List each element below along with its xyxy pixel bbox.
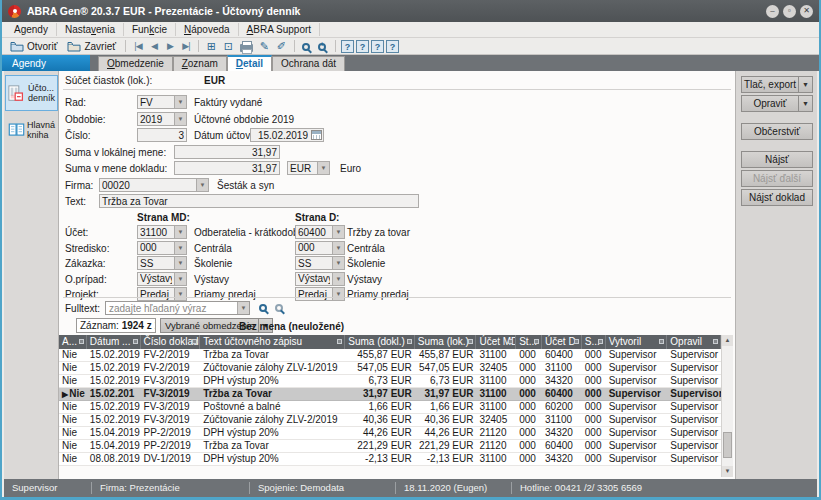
table-row[interactable]: Nie15.02.2019FV-2/2019Tržba za Tovar455,… [59, 349, 721, 362]
table-row[interactable]: Nie15.02.2019FV-3/2019Poštovné a balné1,… [59, 401, 721, 414]
vertical-scroll-thumb[interactable] [723, 432, 732, 458]
column-filter-icon[interactable] [659, 339, 664, 344]
chevron-down-icon[interactable]: ▼ [174, 96, 186, 108]
chevron-down-icon[interactable]: ▼ [332, 226, 344, 238]
next-record-icon[interactable]: ▶ [163, 41, 177, 51]
d-combobox[interactable]: 000▼ [295, 241, 345, 255]
column-header-opravil[interactable]: Opravil [667, 335, 721, 349]
chevron-down-icon[interactable]: ▼ [332, 242, 344, 254]
column-header--slo-dokladu[interactable]: Číslo dokladu [141, 335, 201, 349]
datum-field[interactable]: 15.02.2019 [250, 128, 324, 142]
chevron-down-icon[interactable]: ▼ [332, 257, 344, 269]
column-header-st-[interactable]: St... [516, 335, 542, 349]
md-combobox[interactable]: 000▼ [137, 241, 187, 255]
sidebar-item-uctovny-dennik[interactable]: Účto... denník [5, 75, 58, 111]
agendy-header[interactable]: Agendy [2, 55, 90, 71]
chevron-down-icon[interactable]: ▼ [174, 257, 186, 269]
open-agenda-button[interactable]: Otvoriť [6, 40, 61, 53]
menu-item-nastavenia[interactable]: Nastavenia [57, 23, 124, 36]
print-export-button[interactable]: Tlač, export▼ [741, 76, 813, 93]
d-combobox[interactable]: Výstavy▼ [295, 272, 345, 286]
chevron-down-icon[interactable]: ▼ [332, 288, 344, 300]
obdobie-combobox[interactable]: 2019▼ [137, 112, 187, 126]
tab-obmedzenie[interactable]: Obmedzenie [98, 56, 173, 71]
fulltext-input[interactable]: zadajte hľadaný výraz▼ [105, 301, 250, 315]
column-filter-icon[interactable] [192, 339, 197, 344]
chevron-down-icon[interactable]: ▼ [174, 288, 186, 300]
tab-zoznam[interactable]: Zoznam [173, 56, 227, 71]
scroll-up-icon[interactable]: ▲ [722, 335, 733, 346]
context-help-icon[interactable]: ? [356, 40, 369, 53]
chevron-down-icon[interactable]: ▼ [196, 179, 208, 191]
column-header--et-d[interactable]: Účet D [542, 335, 582, 349]
column-header-a-[interactable]: A... [59, 335, 87, 349]
column-filter-icon[interactable] [508, 339, 513, 344]
d-combobox[interactable]: SS▼ [295, 256, 345, 270]
column-header--et-md[interactable]: Účet MD [476, 335, 516, 349]
menu-item-abra-support[interactable]: ABRA Support [239, 23, 320, 36]
abra-web-help-icon[interactable]: ? [386, 40, 399, 53]
tab-ochrana-d-t[interactable]: Ochrana dát [272, 56, 345, 71]
fulltext-search-icon[interactable] [259, 304, 267, 312]
column-header-suma-lok-[interactable]: Suma (lok.) [415, 335, 477, 349]
opravit-button[interactable]: Opraviť▼ [741, 95, 813, 112]
table-row[interactable]: ▶Nie15.02.201FV-3/2019Tržba za Tovar31,9… [59, 388, 721, 401]
currency-combobox[interactable]: EUR▼ [287, 161, 330, 175]
menu-item-funkcie[interactable]: Funkcie [124, 23, 176, 36]
help-index-icon[interactable]: ? [371, 40, 384, 53]
tab-detail[interactable]: Detail [227, 55, 272, 71]
chevron-down-icon[interactable]: ▼ [174, 226, 186, 238]
table-row[interactable]: Nie15.02.2019FV-3/2019Zúčtovanie zálohy … [59, 414, 721, 427]
minimize-button[interactable]: – [766, 5, 779, 18]
chevron-down-icon[interactable]: ▼ [317, 162, 329, 174]
menu-item-agendy[interactable]: Agendy [6, 23, 57, 36]
table-row[interactable]: Nie15.02.2019FV-3/2019DPH výstup 20%6,73… [59, 375, 721, 388]
column-filter-icon[interactable] [713, 339, 718, 344]
first-record-icon[interactable]: |◀ [131, 41, 145, 51]
column-filter-icon[interactable] [79, 339, 84, 344]
search-plus-icon[interactable] [318, 43, 326, 51]
najst-dalsi-button[interactable]: Nájsť ďalší [741, 170, 813, 187]
cislo-field[interactable]: 3 [137, 128, 187, 142]
print-icon[interactable] [240, 44, 253, 52]
column-filter-icon[interactable] [133, 339, 138, 344]
rad-combobox[interactable]: FV▼ [137, 95, 187, 109]
sidebar-item-hlavna-kniha[interactable]: Hlavná kniha [5, 112, 58, 148]
scroll-down-icon[interactable]: ▼ [722, 466, 733, 477]
edit-form-icon[interactable]: ✐ [274, 40, 289, 53]
md-combobox[interactable]: 31100▼ [137, 225, 187, 239]
md-combobox[interactable]: Výstavy▼ [137, 272, 187, 286]
chevron-down-icon[interactable]: ▼ [174, 113, 186, 125]
copy-record-icon[interactable]: ⊡ [221, 40, 236, 53]
najst-doklad-button[interactable]: Nájsť doklad [741, 189, 813, 206]
vertical-scrollbar[interactable]: ▲ ▼ [721, 335, 733, 477]
table-row[interactable]: Nie15.04.2019PP-2/2019Tržba za Tovar221,… [59, 440, 721, 453]
najst-button[interactable]: Nájsť [741, 151, 813, 168]
column-filter-icon[interactable] [468, 339, 473, 344]
firma-combobox[interactable]: 00020▼ [99, 178, 209, 192]
previous-record-icon[interactable]: ◀ [147, 41, 161, 51]
calendar-icon[interactable] [311, 130, 322, 140]
edit-icon[interactable]: ✎ [257, 40, 272, 53]
obcerstvit-button[interactable]: Občerstviť [741, 123, 813, 140]
menu-item-n-poveda[interactable]: Nápoveda [176, 23, 239, 36]
column-header-s-[interactable]: S... [582, 335, 606, 349]
close-agenda-button[interactable]: Zavrieť [63, 40, 120, 53]
chevron-down-icon[interactable]: ▼ [237, 302, 249, 314]
fulltext-search-found-icon[interactable] [275, 304, 283, 312]
column-header-d-tum-[interactable]: Dátum ... [87, 335, 141, 349]
new-record-icon[interactable]: ⊞ [204, 40, 219, 53]
column-header-suma-dokl-[interactable]: Suma (dokl.) [345, 335, 415, 349]
chevron-down-icon[interactable]: ▼ [332, 273, 344, 285]
d-combobox[interactable]: 60400▼ [295, 225, 345, 239]
column-filter-icon[interactable] [574, 339, 579, 344]
column-filter-icon[interactable] [598, 339, 603, 344]
maximize-button[interactable]: ▫ [783, 5, 796, 18]
table-row[interactable]: Nie15.02.2019FV-2/2019Zúčtovanie zálohy … [59, 362, 721, 375]
column-header-text-tovn-ho-z-pisu[interactable]: Text účtovného zápisu [200, 335, 345, 349]
last-record-icon[interactable]: ▶| [179, 41, 193, 51]
column-header-vytvoril[interactable]: Vytvoril [606, 335, 668, 349]
search-icon[interactable] [302, 43, 310, 51]
table-row[interactable]: Nie15.04.2019PP-2/2019DPH výstup 20%44,2… [59, 427, 721, 440]
d-combobox[interactable]: Predaj▼ [295, 287, 345, 301]
